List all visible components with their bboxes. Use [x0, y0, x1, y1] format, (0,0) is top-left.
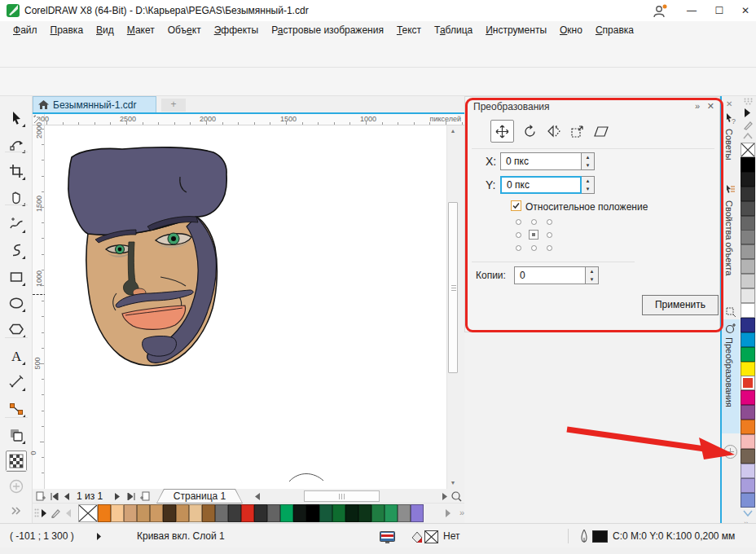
doc-color-swatch[interactable] — [124, 504, 137, 522]
palette-flyout-icon[interactable] — [41, 509, 47, 517]
color-swatch[interactable] — [741, 318, 755, 332]
maximize-button[interactable]: ☐ — [710, 3, 728, 18]
rpalette-flyout-icon[interactable] — [744, 108, 751, 117]
color-swatch[interactable] — [741, 420, 755, 434]
color-swatch[interactable] — [741, 172, 755, 187]
color-swatch[interactable] — [741, 449, 755, 464]
quick-customize-button[interactable] — [723, 445, 737, 459]
horizontal-ruler[interactable]: 002500200015001000пикселей — [45, 114, 464, 125]
menu-11[interactable]: Справка — [589, 24, 640, 36]
color-swatch[interactable] — [741, 493, 755, 508]
x-input[interactable]: 0 пкс — [500, 152, 582, 170]
doc-color-swatch[interactable] — [163, 504, 176, 522]
doc-color-swatch[interactable] — [385, 504, 398, 522]
scale-mirror-tab[interactable] — [542, 120, 565, 143]
menu-0[interactable]: Файл — [7, 24, 44, 36]
first-page-button[interactable] — [51, 490, 59, 502]
color-swatch[interactable] — [741, 464, 755, 478]
menu-4[interactable]: Объект — [161, 24, 208, 36]
doc-color-swatch[interactable] — [176, 504, 189, 522]
doc-color-swatch[interactable] — [319, 504, 332, 522]
doc-color-swatch[interactable] — [398, 504, 411, 522]
rpalette-edit-icon[interactable] — [743, 120, 753, 130]
copies-input[interactable]: 0 — [514, 266, 586, 284]
doc-color-swatch[interactable] — [111, 504, 124, 522]
status-flyout-icon[interactable] — [96, 533, 102, 540]
color-swatch[interactable] — [741, 259, 755, 274]
hscroll-left-button[interactable] — [254, 490, 261, 502]
doc-color-swatch[interactable] — [254, 504, 267, 522]
doc-color-swatch[interactable] — [267, 504, 280, 522]
next-page-button[interactable] — [114, 490, 121, 502]
anchor-2-1[interactable] — [531, 245, 537, 251]
color-swatch-none[interactable] — [741, 143, 755, 157]
color-swatch[interactable] — [741, 347, 755, 362]
color-swatch[interactable] — [741, 362, 755, 376]
scroll-down-button[interactable]: ▼ — [447, 477, 459, 489]
tool-transparency[interactable] — [6, 451, 27, 472]
tool-drop-shadow[interactable] — [6, 424, 27, 446]
toolbox-more[interactable] — [6, 500, 27, 521]
tool-pick[interactable] — [6, 108, 27, 129]
canvas[interactable] — [45, 125, 446, 489]
color-proof-icon[interactable] — [380, 531, 395, 543]
size-tab[interactable] — [565, 120, 589, 143]
rpalette-scroll-down-icon[interactable] — [743, 510, 753, 517]
color-swatch[interactable] — [741, 478, 755, 493]
document-tab[interactable]: Безымянный-1.cdr — [33, 96, 156, 112]
menu-1[interactable]: Правка — [44, 24, 90, 36]
scroll-up-button[interactable]: ▲ — [447, 125, 459, 137]
docker-collapse-icon[interactable]: » — [695, 101, 700, 111]
color-swatch[interactable] — [741, 405, 755, 420]
apply-button[interactable]: Применить — [642, 295, 719, 315]
color-swatch[interactable] — [741, 303, 755, 318]
doc-color-swatch[interactable] — [411, 504, 424, 522]
anchor-0-2[interactable] — [547, 219, 552, 225]
zoom-page-button[interactable] — [451, 490, 462, 502]
menu-6[interactable]: Растровые изображения — [265, 24, 390, 36]
fill-status-icon[interactable] — [411, 531, 424, 543]
doc-color-swatch[interactable] — [241, 504, 254, 522]
doc-color-swatch[interactable] — [228, 504, 241, 522]
menu-3[interactable]: Макет — [121, 24, 161, 36]
anchor-1-0[interactable] — [516, 232, 521, 238]
color-swatch[interactable] — [741, 288, 755, 303]
menu-2[interactable]: Вид — [90, 24, 121, 36]
tool-smart-drawing[interactable] — [6, 240, 27, 261]
doc-color-swatch[interactable] — [358, 504, 371, 522]
color-swatch[interactable] — [741, 201, 755, 216]
tool-text[interactable]: A — [6, 345, 27, 367]
vertical-scroll-thumb[interactable] — [448, 202, 458, 373]
doc-color-swatch[interactable] — [202, 504, 215, 522]
doc-color-swatch[interactable] — [280, 504, 293, 522]
doc-color-swatch[interactable] — [293, 504, 306, 522]
menu-8[interactable]: Таблица — [428, 24, 479, 36]
color-swatch[interactable] — [741, 434, 755, 449]
anchor-2-0[interactable] — [516, 245, 521, 251]
palette-scroll-right-icon[interactable] — [445, 509, 451, 517]
anchor-0-0[interactable] — [516, 219, 521, 225]
close-button[interactable]: ✕ — [736, 3, 754, 18]
color-swatch[interactable] — [741, 230, 755, 244]
docker-close-icon[interactable]: ✕ — [707, 101, 714, 112]
anchor-center[interactable] — [529, 230, 538, 240]
menu-9[interactable]: Инструменты — [479, 24, 553, 36]
tool-crop[interactable] — [6, 160, 27, 182]
menu-10[interactable]: Окно — [553, 24, 589, 36]
horizontal-scroll-thumb[interactable] — [304, 490, 380, 502]
doc-color-swatch[interactable] — [189, 504, 202, 522]
doc-color-swatch[interactable] — [306, 504, 319, 522]
tab-hints[interactable]: Советы — [724, 129, 734, 160]
doc-color-swatch[interactable] — [98, 504, 111, 522]
tool-dimension[interactable] — [6, 372, 27, 393]
tool-rectangle[interactable] — [6, 266, 27, 288]
page-tab[interactable]: Страница 1 — [156, 489, 243, 503]
add-page-end-button[interactable] — [140, 490, 150, 502]
skew-tab[interactable] — [589, 120, 613, 143]
color-swatch[interactable] — [741, 157, 755, 172]
y-spinner[interactable]: ▲▼ — [582, 176, 595, 194]
strip-close-icon[interactable]: ✕ — [726, 99, 732, 108]
doc-color-swatch[interactable] — [215, 504, 228, 522]
vertical-ruler[interactable]: 2000150010005000 — [33, 125, 45, 489]
prev-page-button[interactable] — [64, 490, 70, 502]
